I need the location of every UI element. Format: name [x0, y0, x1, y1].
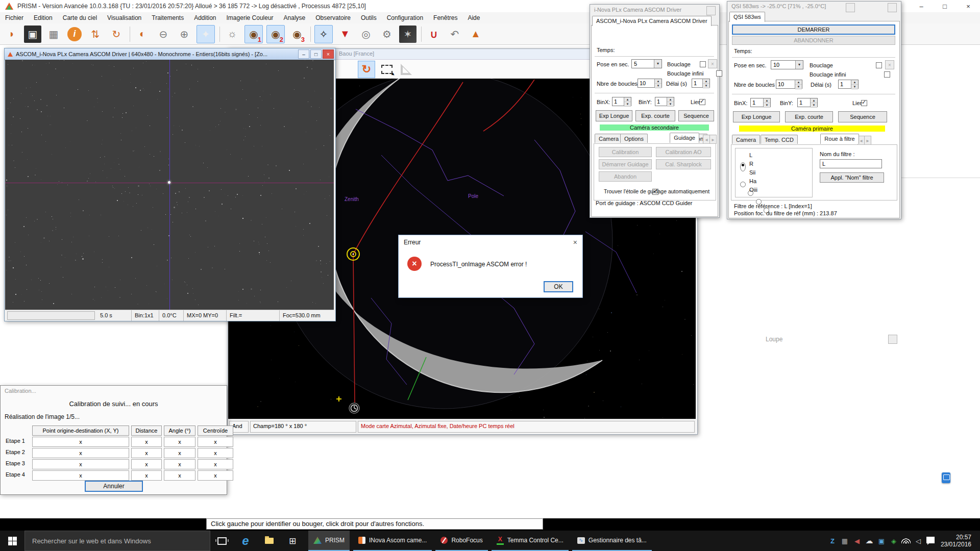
delai-stepper[interactable]: 1▲▼ — [838, 80, 859, 89]
camera-3-icon[interactable]: ◉ — [288, 26, 306, 43]
taskbar-clock[interactable]: 20:57 23/01/2016 — [937, 534, 976, 548]
exp-longue-button[interactable]: Exp Longue — [733, 111, 780, 122]
taskbar-app-temma[interactable]: X Temma Control Ce... — [492, 531, 569, 551]
starfield-icon[interactable]: ✶ — [399, 26, 416, 43]
taskbar-app-robofocus[interactable]: RoboFocus — [435, 531, 487, 551]
calibration-button[interactable]: Calibration — [599, 147, 652, 157]
security-icon[interactable]: ◈ — [888, 537, 900, 545]
restore-button[interactable]: □ — [310, 49, 322, 59]
menu-fenetres[interactable]: Fenêtres — [428, 13, 462, 23]
zoom-in-icon[interactable]: ⊕ — [176, 26, 193, 43]
audio-mixer-icon[interactable]: ◀ — [851, 537, 863, 545]
volume-icon[interactable]: ◁ — [912, 537, 924, 545]
menu-traitements[interactable]: Traitements — [146, 13, 189, 23]
filter-radio-l[interactable] — [740, 162, 746, 171]
menu-edition[interactable]: Edition — [29, 13, 58, 23]
minimize-button[interactable]: – — [298, 49, 309, 59]
qsi-minimize-button[interactable] — [846, 3, 855, 12]
ok-button[interactable]: OK — [544, 281, 573, 292]
floating-widget-icon[interactable] — [942, 472, 950, 483]
camera-image-view[interactable] — [5, 60, 334, 310]
filter-radio-r[interactable] — [740, 182, 746, 187]
task-view-button[interactable] — [210, 531, 234, 551]
bouclage-infini-checkbox[interactable] — [716, 70, 722, 77]
preview-window-icon[interactable]: ✦ — [197, 25, 215, 43]
info-icon[interactable]: i — [67, 27, 82, 41]
menu-analyse[interactable]: Analyse — [279, 13, 311, 23]
binx-stepper[interactable]: 1▲▼ — [750, 98, 771, 107]
tab-scroll-right-icon[interactable]: ▸ — [864, 136, 871, 145]
demarrer-button[interactable]: DEMARRER — [732, 24, 895, 35]
qsi-tab[interactable]: QSI 583ws — [729, 12, 765, 22]
zoom-out-icon[interactable]: ⊖ — [155, 26, 172, 43]
menu-imagerie-couleur[interactable]: Imagerie Couleur — [222, 13, 279, 23]
droplet-icon[interactable]: ▼ — [336, 26, 354, 43]
sequence-button[interactable]: Sequence — [838, 111, 887, 122]
tab-temp-ccd[interactable]: Temp. CCD — [761, 135, 798, 144]
zonealarm-icon[interactable]: Z — [826, 537, 839, 545]
close-icon[interactable]: × — [573, 238, 577, 246]
minimize-button[interactable]: – — [910, 0, 933, 12]
tab-guidage[interactable]: Guidage — [670, 133, 699, 143]
biny-stepper[interactable]: 1▲▼ — [797, 98, 818, 107]
appl-nom-filtre-button[interactable]: Appl. "Nom" filtre — [820, 172, 884, 183]
flip-vertical-icon[interactable]: ⇅ — [87, 26, 104, 43]
gear-sun-icon[interactable]: ☼ — [224, 26, 241, 43]
stop-loop-button[interactable]: × — [885, 60, 894, 69]
menu-addition[interactable]: Addition — [189, 13, 221, 23]
inova-minimize-button[interactable] — [706, 6, 716, 15]
calibration-ao-button[interactable]: Calibration AO — [656, 147, 711, 157]
delai-stepper[interactable]: 1▲▼ — [692, 79, 710, 88]
bouclage-checkbox[interactable] — [700, 61, 706, 67]
biny-stepper[interactable]: 1▲▼ — [655, 97, 674, 106]
tab-camera[interactable]: Camera — [732, 135, 760, 144]
magnet-icon[interactable]: ∪ — [425, 26, 443, 43]
select-region-icon[interactable] — [378, 61, 396, 78]
notifications-icon[interactable] — [924, 537, 937, 545]
menu-visualisation[interactable]: Visualisation — [102, 13, 146, 23]
stop-loop-button[interactable]: × — [708, 59, 717, 68]
error-dialog-titlebar[interactable]: Erreur × — [399, 235, 582, 249]
edge-button[interactable]: e — [234, 531, 257, 551]
qsi-menu-button[interactable] — [888, 3, 897, 12]
annuler-button[interactable]: Annuler — [85, 481, 143, 492]
close-button[interactable]: × — [323, 49, 334, 59]
file-explorer-button[interactable] — [257, 531, 281, 551]
boucles-stepper[interactable]: 10▲▼ — [638, 79, 662, 88]
menu-fichier[interactable]: Fichier — [0, 13, 29, 23]
open-image-icon[interactable]: ◗ — [3, 26, 20, 43]
abandon-button[interactable]: Abandon — [599, 171, 652, 182]
tab-scroll-right-icon[interactable]: ▸ — [709, 135, 717, 144]
tab-camera[interactable]: Camera — [595, 134, 623, 143]
tab-scroll-left-icon[interactable]: ◂ — [703, 135, 710, 144]
menu-carte-du-ciel[interactable]: Carte du ciel — [58, 13, 102, 23]
bouclage-infini-checkbox[interactable] — [884, 71, 890, 78]
ruler-icon[interactable] — [398, 61, 415, 78]
undo-icon[interactable]: ↶ — [446, 26, 463, 43]
camera-window-titlebar[interactable]: ASCOM_i-Nova PLx Camera ASCOM Driver | 6… — [5, 48, 335, 60]
exp-courte-button[interactable]: Exp. courte — [635, 110, 675, 121]
rotate-icon[interactable]: ↻ — [108, 26, 125, 43]
taskbar-app-inova[interactable]: INova Ascom came... — [353, 531, 432, 551]
sequence-button[interactable]: Sequence — [678, 110, 714, 121]
dome-icon[interactable]: ◎ — [357, 26, 375, 43]
wrench-icon[interactable]: ⚙ — [378, 26, 396, 43]
lier-checkbox[interactable] — [699, 99, 705, 105]
nom-filtre-input[interactable]: L — [820, 159, 882, 168]
bouclage-checkbox[interactable] — [876, 62, 882, 68]
abandonner-button[interactable]: ABANDONNER — [732, 36, 895, 45]
menu-aide[interactable]: Aide — [462, 13, 485, 23]
menu-configuration[interactable]: Configuration — [382, 13, 428, 23]
boucles-stepper[interactable]: 10▲▼ — [776, 80, 802, 89]
exp-courte-button[interactable]: Exp. courte — [785, 111, 833, 122]
save-icon[interactable]: ▣ — [24, 26, 41, 43]
wifi-icon[interactable] — [900, 537, 912, 545]
loupe-collapse-button[interactable] — [888, 335, 897, 344]
binx-stepper[interactable]: 1▲▼ — [612, 97, 631, 106]
lier-checkbox[interactable] — [861, 100, 867, 106]
contrast-icon[interactable]: ◐ — [134, 26, 151, 43]
cal-sharplock-button[interactable]: Cal. Sharplock — [656, 159, 711, 169]
menu-outils[interactable]: Outils — [356, 13, 382, 23]
pose-select[interactable]: 5▾ — [631, 59, 662, 68]
camera-1-icon[interactable]: ◉ — [244, 25, 263, 43]
